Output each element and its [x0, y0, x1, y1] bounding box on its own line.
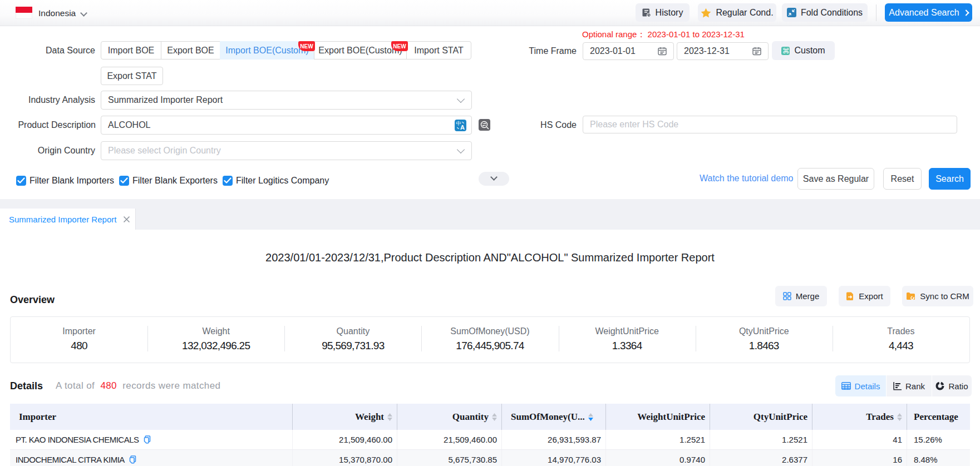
- svg-text:A: A: [460, 124, 465, 131]
